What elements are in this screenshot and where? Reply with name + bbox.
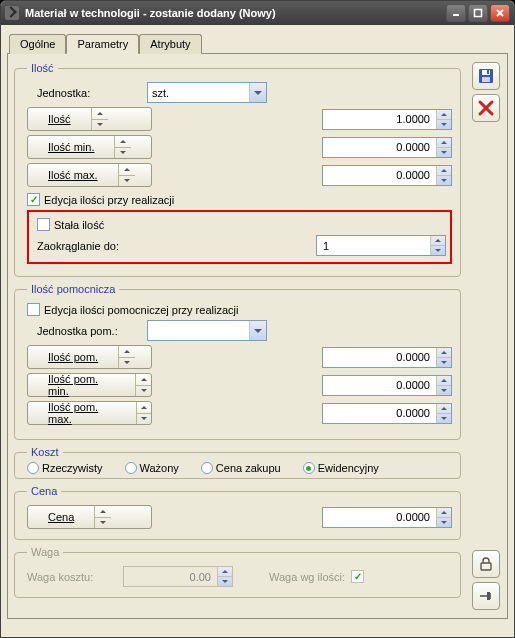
tab-atrybuty[interactable]: Atrybuty xyxy=(139,34,201,54)
fieldset-waga: Waga Waga kosztu: 0.00 Waga wg ilości: xyxy=(14,546,461,598)
fieldset-koszt: Koszt Rzeczywisty Ważony Cena zakupu Ewi… xyxy=(14,446,461,479)
pin-button[interactable] xyxy=(472,582,500,610)
ilosc-max-input[interactable]: 0.0000 xyxy=(322,165,452,186)
legend-cena: Cena xyxy=(27,485,61,497)
close-button[interactable] xyxy=(490,4,510,22)
lock-button[interactable] xyxy=(472,550,500,578)
ilosc-min-input[interactable]: 0.0000 xyxy=(322,137,452,158)
svg-rect-6 xyxy=(482,77,490,82)
highlight-box: Stała ilość Zaokrąglanie do: 1 xyxy=(27,210,452,264)
tab-parametry[interactable]: Parametry xyxy=(66,34,139,54)
jednostka-value: szt. xyxy=(148,87,249,99)
fieldset-cena: Cena Cena 0.0000 xyxy=(14,485,461,540)
ilosc-pom-min-input[interactable]: 0.0000 xyxy=(322,375,452,396)
ilosc-min-button[interactable]: Ilość min. xyxy=(27,135,152,159)
legend-ilosc: Ilość xyxy=(27,62,58,74)
tab-ogolne[interactable]: Ogólne xyxy=(9,34,66,54)
window-title: Materiał w technologii - zostanie dodany… xyxy=(25,7,446,19)
cancel-button[interactable] xyxy=(472,94,500,122)
edycja-pomoc-checkbox[interactable]: Edycja ilości pomocniczej przy realizacj… xyxy=(27,303,238,316)
radio-ewidencyjny[interactable]: Ewidencyjny xyxy=(303,462,379,474)
maximize-button[interactable] xyxy=(468,4,488,22)
legend-pomoc: Ilość pomocnicza xyxy=(27,283,119,295)
ilosc-max-button[interactable]: Ilość max. xyxy=(27,163,152,187)
waga-wg-label: Waga wg ilości: xyxy=(269,571,345,583)
chevron-down-icon xyxy=(249,83,266,102)
waga-wg-checkbox xyxy=(351,570,364,583)
fieldset-ilosc: Ilość Jednostka: szt. Ilość xyxy=(14,62,461,277)
waga-kosztu-label: Waga kosztu: xyxy=(27,571,117,583)
radio-rzeczywisty[interactable]: Rzeczywisty xyxy=(27,462,103,474)
zaokraglanie-input[interactable]: 1 xyxy=(316,235,446,256)
ilosc-pom-button[interactable]: Ilość pom. xyxy=(27,345,152,369)
jednostka-label: Jednostka: xyxy=(37,87,147,99)
stala-ilosc-checkbox[interactable]: Stała ilość xyxy=(37,218,104,231)
cena-input[interactable]: 0.0000 xyxy=(322,507,452,528)
ilosc-input[interactable]: 1.0000 xyxy=(322,109,452,130)
app-icon xyxy=(5,6,19,20)
ilosc-pom-max-button[interactable]: Ilość pom. max. xyxy=(27,401,152,425)
jednostka-pom-combo[interactable] xyxy=(147,320,267,341)
cena-button[interactable]: Cena xyxy=(27,505,152,529)
ilosc-pom-input[interactable]: 0.0000 xyxy=(322,347,452,368)
legend-koszt: Koszt xyxy=(27,446,63,458)
fieldset-pomoc: Ilość pomocnicza Edycja ilości pomocnicz… xyxy=(14,283,461,440)
chevron-down-icon xyxy=(249,321,266,340)
ilosc-button[interactable]: Ilość xyxy=(27,107,152,131)
ilosc-pom-max-input[interactable]: 0.0000 xyxy=(322,403,452,424)
jednostka-combo[interactable]: szt. xyxy=(147,82,267,103)
radio-wazony[interactable]: Ważony xyxy=(125,462,179,474)
minimize-button[interactable] xyxy=(446,4,466,22)
svg-rect-10 xyxy=(481,563,491,570)
svg-rect-7 xyxy=(487,70,489,74)
save-button[interactable] xyxy=(472,62,500,90)
edycja-ilosci-checkbox[interactable]: Edycja ilości przy realizacji xyxy=(27,193,174,206)
ilosc-pom-min-button[interactable]: Ilość pom. min. xyxy=(27,373,152,397)
radio-cena-zakupu[interactable]: Cena zakupu xyxy=(201,462,281,474)
waga-kosztu-input: 0.00 xyxy=(123,566,233,587)
svg-rect-1 xyxy=(475,10,482,17)
zaokraglanie-label: Zaokrąglanie do: xyxy=(37,240,119,252)
jednostka-pom-label: Jednostka pom.: xyxy=(37,325,147,337)
legend-waga: Waga xyxy=(27,546,63,558)
